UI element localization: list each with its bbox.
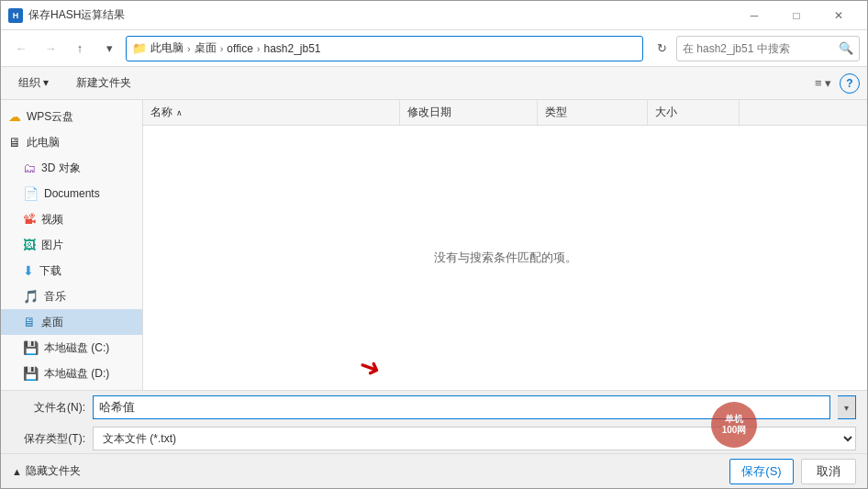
sidebar-item-localc[interactable]: 💾 本地磁盘 (C:) (1, 335, 142, 361)
recent-button[interactable]: ▾ (96, 36, 122, 61)
file-list[interactable]: 没有与搜索条件匹配的项。 (143, 126, 867, 390)
back-button[interactable]: ← (8, 36, 34, 61)
pictures-icon: 🖼 (23, 238, 36, 252)
up-button[interactable]: ↑ (67, 36, 93, 61)
breadcrumb: 此电脑 › 桌面 › office › hash2_jb51 (150, 40, 321, 56)
new-folder-button[interactable]: 新建文件夹 (66, 72, 141, 95)
search-box: 🔍 (676, 36, 860, 61)
cancel-button[interactable]: 取消 (801, 459, 856, 484)
secondary-toolbar: 组织 ▾ 新建文件夹 ≡ ▾ ? (1, 67, 867, 100)
video-icon: 📽 (23, 212, 36, 227)
sidebar-item-downloads[interactable]: ⬇ 下载 (1, 258, 142, 283)
desktop-icon: 🖥 (23, 315, 36, 329)
action-bar: ▲ 隐藏文件夹 保存(S) 取消 (1, 453, 867, 488)
search-input[interactable] (683, 42, 835, 55)
sidebar: ☁ WPS云盘 🖥 此电脑 🗂 3D 对象 📄 Documents 📽 视频 🖼 (1, 100, 143, 390)
hide-arrow-icon: ▲ (12, 466, 22, 477)
close-button[interactable]: ✕ (818, 1, 860, 30)
hide-files-button[interactable]: ▲ 隐藏文件夹 (12, 463, 81, 479)
col-header-size[interactable]: 大小 (648, 100, 740, 125)
main-area: ☁ WPS云盘 🖥 此电脑 🗂 3D 对象 📄 Documents 📽 视频 🖼 (1, 100, 867, 390)
save-button[interactable]: 保存(S) (729, 459, 794, 484)
organize-button[interactable]: 组织 ▾ (8, 72, 59, 95)
sidebar-item-3d[interactable]: 🗂 3D 对象 (1, 155, 142, 181)
drive-c-icon: 💾 (23, 340, 39, 355)
minimize-button[interactable]: ─ (733, 1, 775, 30)
col-header-date[interactable]: 修改日期 (400, 100, 538, 125)
sidebar-item-thispc[interactable]: 🖥 此电脑 (1, 129, 142, 155)
save-dialog: H 保存HASH运算结果 ─ □ ✕ ← → ↑ ▾ 📁 此电脑 › 桌面 › … (0, 0, 868, 489)
filename-dropdown-arrow[interactable]: ▾ (838, 395, 856, 419)
column-headers: 名称 ∧ 修改日期 类型 大小 (143, 100, 867, 126)
music-icon: 🎵 (23, 289, 39, 304)
title-bar: H 保存HASH运算结果 ─ □ ✕ (1, 1, 867, 30)
view-controls: ≡ ▾ ? (810, 72, 860, 95)
filetype-label: 保存类型(T): (12, 431, 85, 447)
sidebar-item-music[interactable]: 🎵 音乐 (1, 283, 142, 309)
refresh-button[interactable]: ↻ (651, 38, 673, 60)
maximize-button[interactable]: □ (775, 1, 818, 30)
sidebar-item-wps[interactable]: ☁ WPS云盘 (1, 104, 142, 129)
drive-d-icon: 💾 (23, 366, 39, 381)
watermark: 单机100网 (711, 402, 757, 448)
wps-icon: ☁ (8, 109, 21, 124)
folder-icon: 📁 (132, 41, 147, 55)
sidebar-item-documents[interactable]: 📄 Documents (1, 181, 142, 206)
file-area: 名称 ∧ 修改日期 类型 大小 没有与搜索条件匹配的项。 (143, 100, 867, 390)
address-bar[interactable]: 📁 此电脑 › 桌面 › office › hash2_jb51 (126, 36, 643, 61)
sidebar-item-locald[interactable]: 💾 本地磁盘 (D:) (1, 361, 142, 386)
watermark-badge: 单机100网 (711, 402, 757, 448)
computer-icon: 🖥 (8, 135, 21, 150)
window-controls: ─ □ ✕ (733, 1, 860, 30)
sidebar-item-video[interactable]: 📽 视频 (1, 206, 142, 232)
navigation-toolbar: ← → ↑ ▾ 📁 此电脑 › 桌面 › office › hash2_jb51… (1, 30, 867, 67)
search-icon: 🔍 (839, 41, 853, 55)
view-mode-button[interactable]: ≡ ▾ (810, 72, 836, 95)
forward-button[interactable]: → (38, 36, 63, 61)
sidebar-item-pictures[interactable]: 🖼 图片 (1, 232, 142, 258)
col-header-type[interactable]: 类型 (538, 100, 648, 125)
documents-icon: 📄 (23, 186, 39, 201)
3d-icon: 🗂 (23, 161, 36, 175)
sidebar-item-desktop[interactable]: 🖥 桌面 (1, 309, 142, 335)
filename-label: 文件名(N): (12, 400, 85, 416)
dialog-title: 保存HASH运算结果 (28, 7, 733, 23)
downloads-icon: ⬇ (23, 263, 34, 278)
col-header-name[interactable]: 名称 ∧ (143, 100, 400, 125)
empty-message: 没有与搜索条件匹配的项。 (434, 250, 577, 266)
dialog-icon: H (8, 8, 23, 23)
action-buttons: 保存(S) 取消 (729, 459, 856, 484)
help-button[interactable]: ? (840, 73, 860, 94)
